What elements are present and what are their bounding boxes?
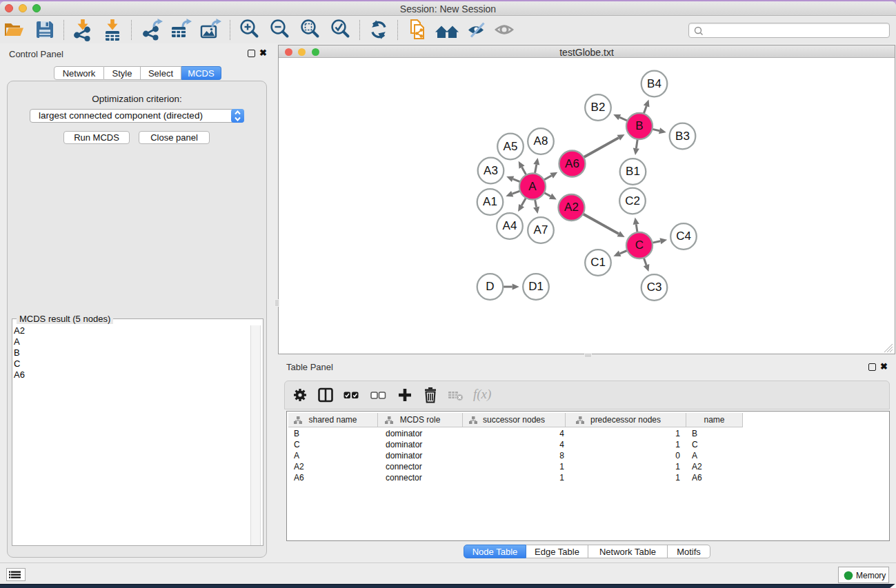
svg-text:D1: D1 [528, 280, 544, 293]
svg-text:A: A [528, 180, 537, 193]
svg-text:A6: A6 [565, 157, 579, 170]
svg-text:B: B [635, 119, 643, 132]
svg-text:A5: A5 [504, 140, 518, 153]
svg-text:B3: B3 [675, 130, 690, 143]
svg-text:D: D [486, 280, 494, 293]
svg-text:C4: C4 [676, 230, 691, 243]
svg-text:A2: A2 [564, 201, 579, 214]
svg-text:A8: A8 [534, 134, 548, 148]
svg-text:A4: A4 [503, 219, 517, 232]
svg-text:C1: C1 [590, 256, 606, 269]
svg-text:C3: C3 [647, 281, 662, 294]
svg-text:B2: B2 [591, 101, 606, 114]
svg-text:C2: C2 [625, 194, 640, 207]
svg-text:A1: A1 [483, 195, 497, 208]
svg-text:A7: A7 [534, 223, 548, 236]
svg-text:B1: B1 [626, 165, 640, 178]
svg-text:A3: A3 [484, 164, 498, 177]
svg-text:C: C [635, 239, 644, 252]
svg-text:B4: B4 [647, 77, 661, 90]
